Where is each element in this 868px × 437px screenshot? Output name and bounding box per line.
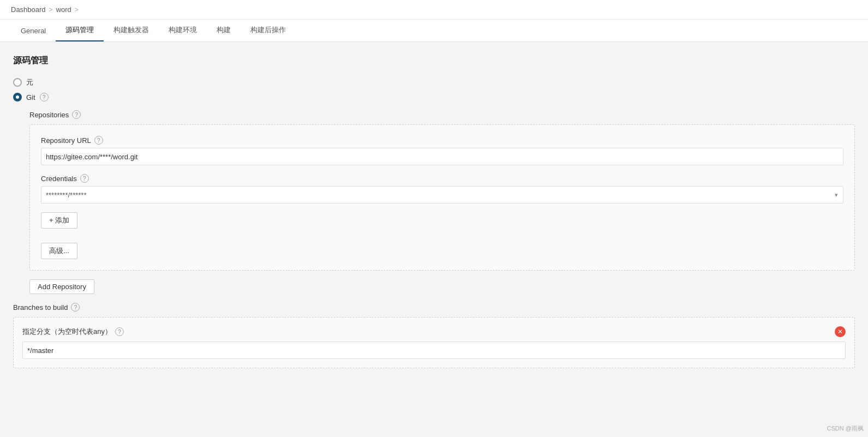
content-area: 源码管理 元 Git ? Repositories ? bbox=[0, 42, 868, 435]
tab-general[interactable]: General bbox=[11, 21, 56, 41]
repo-url-field: Repository URL ? bbox=[41, 136, 843, 165]
credentials-label-row: Credentials ? bbox=[41, 174, 843, 183]
breadcrumb: Dashboard > word > bbox=[0, 0, 868, 20]
tabs-bar: General 源码管理 构建触发器 构建环境 构建 构建后操作 bbox=[0, 20, 868, 42]
tab-build-env[interactable]: 构建环境 bbox=[159, 20, 207, 41]
branches-config-box: 指定分支（为空时代表any） ? ✕ bbox=[13, 317, 855, 368]
add-repository-button[interactable]: Add Repository bbox=[29, 279, 94, 294]
branch-row-label: 指定分支（为空时代表any） ? bbox=[22, 327, 124, 337]
breadcrumb-dashboard[interactable]: Dashboard bbox=[11, 5, 46, 14]
tab-build[interactable]: 构建 bbox=[207, 20, 241, 41]
branch-row-help-icon[interactable]: ? bbox=[115, 327, 124, 336]
tab-source-management[interactable]: 源码管理 bbox=[56, 20, 104, 41]
repository-config-box: Repository URL ? Credentials ? ********/… bbox=[29, 124, 855, 271]
radio-group: 元 Git ? bbox=[13, 77, 855, 101]
credentials-help-icon[interactable]: ? bbox=[80, 174, 89, 183]
remove-branch-button[interactable]: ✕ bbox=[835, 326, 846, 337]
repositories-help-icon[interactable]: ? bbox=[72, 110, 81, 119]
branch-row-header: 指定分支（为空时代表any） ? ✕ bbox=[22, 326, 846, 337]
branch-specifier-label: 指定分支（为空时代表any） bbox=[22, 327, 112, 337]
breadcrumb-sep-1: > bbox=[49, 6, 53, 14]
branches-section: Branches to build ? 指定分支（为空时代表any） ? ✕ bbox=[13, 303, 855, 368]
credentials-label: Credentials bbox=[41, 175, 77, 183]
radio-none-label: 元 bbox=[26, 77, 33, 87]
page-title: 源码管理 bbox=[13, 55, 855, 67]
radio-git-circle bbox=[13, 93, 22, 101]
credentials-field: Credentials ? ********/****** ▾ bbox=[41, 174, 843, 203]
repo-url-input[interactable] bbox=[41, 148, 843, 165]
advanced-button[interactable]: 高级... bbox=[41, 243, 77, 259]
radio-git-label: Git bbox=[26, 93, 35, 101]
repo-url-label: Repository URL bbox=[41, 136, 91, 145]
repositories-label: Repositories bbox=[29, 111, 69, 119]
radio-none-option[interactable]: 元 bbox=[13, 77, 855, 87]
credentials-select-wrapper: ********/****** ▾ bbox=[41, 186, 843, 203]
repo-url-help-icon[interactable]: ? bbox=[94, 136, 103, 145]
main-container: General 源码管理 构建触发器 构建环境 构建 构建后操作 源码管理 元 … bbox=[0, 20, 868, 435]
tab-build-trigger[interactable]: 构建触发器 bbox=[104, 20, 159, 41]
watermark: CSDN @雨枫 bbox=[827, 424, 864, 433]
credentials-select[interactable]: ********/****** bbox=[41, 186, 843, 203]
branches-help-icon[interactable]: ? bbox=[71, 303, 80, 312]
radio-git-option[interactable]: Git ? bbox=[13, 93, 855, 101]
add-repository-btn-container: Add Repository bbox=[29, 279, 855, 294]
tab-post-build[interactable]: 构建后操作 bbox=[241, 20, 296, 41]
git-help-icon[interactable]: ? bbox=[40, 93, 49, 101]
breadcrumb-sep-2: > bbox=[75, 6, 79, 14]
repo-url-label-row: Repository URL ? bbox=[41, 136, 843, 145]
add-credentials-button[interactable]: + 添加 bbox=[41, 212, 77, 229]
branches-label: Branches to build bbox=[13, 303, 68, 312]
branch-value-input[interactable] bbox=[22, 342, 846, 359]
branches-label-row: Branches to build ? bbox=[13, 303, 855, 312]
radio-none-circle bbox=[13, 78, 22, 87]
breadcrumb-word[interactable]: word bbox=[56, 5, 71, 14]
close-icon: ✕ bbox=[837, 328, 843, 336]
repositories-label-row: Repositories ? bbox=[13, 110, 855, 119]
